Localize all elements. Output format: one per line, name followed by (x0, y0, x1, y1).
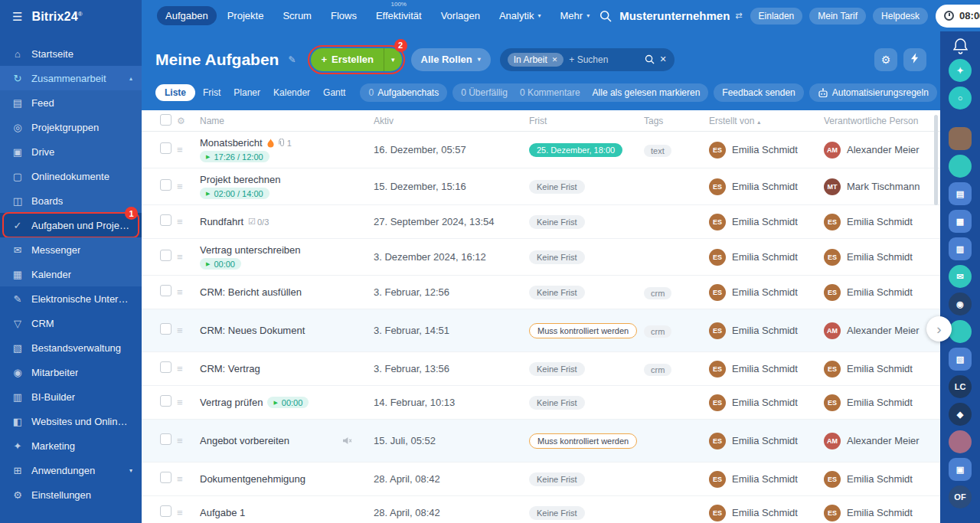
drag-handle-icon[interactable]: ≡ (177, 397, 200, 408)
einladen-button[interactable]: Einladen (750, 8, 803, 25)
task-deadline-badge[interactable]: Keine Frist (529, 506, 585, 520)
company-name[interactable]: Musterunternehmen⇄ (619, 9, 742, 22)
chat-avatar[interactable] (949, 155, 972, 178)
task-row[interactable]: ≡ Angebot vorbereiten 15. Juli, 05:52 Mu… (142, 420, 940, 463)
row-checkbox[interactable] (160, 361, 172, 373)
task-timer[interactable]: ▶00:00 (200, 258, 241, 270)
task-name[interactable]: Aufgabe 1 (200, 507, 245, 518)
task-creator[interactable]: ESEmilia Schmidt (709, 284, 824, 301)
view-tab-kalender[interactable]: Kalender (268, 84, 315, 101)
helpdesk-button[interactable]: Helpdesk (873, 8, 928, 25)
filter-chip-in-arbeit[interactable]: In Arbeit✕ (508, 53, 564, 67)
task-assignee[interactable]: AMAlexander Meier (824, 433, 940, 449)
task-creator[interactable]: ESEmilia Schmidt (709, 394, 824, 411)
task-name[interactable]: Dokumentgenehmigung (200, 473, 305, 485)
sidebar-item-zusammenarbeit[interactable]: ↻ Zusammenarbeit ▴ (0, 66, 142, 90)
search-icon[interactable] (645, 54, 655, 64)
task-timer[interactable]: ▶02:00 / 14:00 (200, 188, 270, 199)
drag-handle-icon[interactable]: ≡ (177, 181, 200, 192)
task-creator[interactable]: ESEmilia Schmidt (709, 471, 824, 488)
automation-rules-button[interactable]: Automatisierungsregeln (809, 83, 937, 102)
task-deadline-badge[interactable]: Keine Frist (529, 286, 585, 299)
copilot-icon[interactable]: ✦ (949, 59, 972, 82)
create-task-button[interactable]: +Erstellen ▾ (311, 48, 401, 71)
task-assignee[interactable]: ESEmilia Schmidt (824, 249, 940, 266)
task-timer[interactable]: ▶17:26 / 12:00 (200, 151, 270, 162)
chat-avatar-initials[interactable]: LC (949, 375, 972, 398)
task-row[interactable]: ≡ Rundfahrt ☑0/3 27. September 2024, 13:… (142, 205, 940, 239)
menu-toggle-icon[interactable]: ☰ (12, 10, 22, 24)
task-tag[interactable]: text (644, 145, 671, 157)
task-assignee[interactable]: ESEmilia Schmidt (824, 361, 940, 378)
chat-avatar[interactable]: ▣ (949, 458, 972, 481)
view-tab-planer[interactable]: Planer (228, 84, 266, 101)
view-tab-gantt[interactable]: Gantt (318, 84, 351, 101)
task-assignee[interactable]: AMAlexander Meier (824, 142, 940, 159)
mein-tarif-button[interactable]: Mein Tarif (809, 8, 866, 25)
task-name[interactable]: Rundfahrt (200, 216, 243, 227)
task-name[interactable]: Vertrag prüfen (200, 397, 263, 408)
clear-search-icon[interactable]: ✕ (660, 54, 667, 64)
chat-avatar[interactable]: ▦ (949, 210, 972, 233)
drag-handle-icon[interactable]: ≡ (177, 435, 200, 446)
table-settings-gear-icon[interactable]: ⚙ (177, 116, 200, 126)
task-deadline-badge[interactable]: 25. Dezember, 18:00 (529, 143, 622, 157)
task-deadline-badge[interactable]: Keine Frist (529, 396, 585, 410)
task-creator[interactable]: ESEmilia Schmidt (709, 249, 824, 266)
sidebar-item-onlinedokumente[interactable]: ▢ Onlinedokumente (0, 164, 142, 188)
task-deadline-badge[interactable]: Keine Frist (529, 362, 585, 376)
sidebar-item-bestandsverwaltung[interactable]: ▧ Bestandsverwaltung (0, 335, 142, 360)
drag-handle-icon[interactable]: ≡ (177, 507, 200, 518)
top-tab-mehr[interactable]: Mehr▾ (552, 6, 599, 25)
time-widget[interactable]: 08:06 (936, 5, 980, 28)
task-assignee[interactable]: MTMark Tischmann (824, 178, 940, 195)
chat-avatar[interactable]: ▧ (949, 348, 972, 371)
task-row[interactable]: ≡ Projekt berechnen ▶02:00 / 14:00 15. D… (142, 168, 940, 205)
task-assignee[interactable]: ESEmilia Schmidt (824, 214, 940, 230)
task-deadline-badge[interactable]: Muss kontrolliert werden (529, 433, 637, 449)
column-header-tags[interactable]: Tags (644, 116, 709, 126)
task-name[interactable]: Monatsbericht (200, 137, 263, 149)
edit-title-icon[interactable]: ✎ (288, 54, 296, 65)
top-tab-aufgaben[interactable]: Aufgaben (157, 6, 217, 25)
task-assignee[interactable]: AMAlexander Meier (824, 322, 940, 339)
sidebar-item-bi-builder[interactable]: ▥ BI-Builder (0, 384, 142, 409)
remove-filter-icon[interactable]: ✕ (552, 56, 558, 64)
feedback-button[interactable]: Feedback senden (714, 83, 803, 102)
task-row[interactable]: ≡ Aufgabe 1 28. April, 08:42 Keine Frist… (142, 496, 940, 523)
chat-avatar-initials[interactable]: OF (949, 485, 972, 508)
sidebar-item-crm[interactable]: ▽ CRM (0, 311, 142, 335)
task-row[interactable]: ≡ CRM: Vertrag 3. Februar, 13:56 Keine F… (142, 352, 940, 386)
sidebar-item-aufgaben-und-projek[interactable]: ✓ Aufgaben und Projek... 1 (0, 213, 142, 237)
sidebar-item-startseite[interactable]: ⌂ Startseite (0, 41, 142, 66)
task-tag[interactable]: crm (644, 364, 671, 376)
task-name[interactable]: Angebot vorbereiten (200, 435, 289, 446)
row-checkbox[interactable] (160, 142, 172, 154)
bitrix-logo[interactable]: Bitrix24® (31, 10, 82, 24)
task-row[interactable]: ≡ Dokumentgenehmigung 28. April, 08:42 K… (142, 463, 940, 496)
task-chats-button[interactable]: 0Aufgabenchats (360, 83, 447, 102)
sidebar-item-websites-und-onlines[interactable]: ◧ Websites und Onlines... (0, 409, 142, 433)
chat-avatar[interactable]: ▥ (949, 237, 972, 260)
drag-handle-icon[interactable]: ≡ (177, 144, 200, 155)
row-checkbox[interactable] (160, 323, 172, 335)
task-row[interactable]: ≡ CRM: Neues Dokument 3. Februar, 14:51 … (142, 309, 940, 352)
task-deadline-badge[interactable]: Keine Frist (529, 472, 585, 486)
chat-avatar[interactable] (949, 320, 972, 343)
sidebar-item-drive[interactable]: ▣ Drive (0, 139, 142, 164)
column-header-verantwortliche-person[interactable]: Verantwortliche Person (824, 116, 940, 126)
chat-avatar-user[interactable] (949, 430, 972, 453)
grid-settings-button[interactable]: ⚙ (874, 48, 897, 71)
sidebar-item-mitarbeiter[interactable]: ◉ Mitarbeiter (0, 360, 142, 384)
row-checkbox[interactable] (160, 179, 172, 191)
task-creator[interactable]: ESEmilia Schmidt (709, 214, 824, 230)
column-header-aktiv[interactable]: Aktiv (374, 116, 529, 126)
view-tab-liste[interactable]: Liste (155, 84, 195, 101)
task-deadline-badge[interactable]: Keine Frist (529, 215, 585, 229)
scrollbar-thumb[interactable] (934, 115, 938, 205)
task-deadline-badge[interactable]: Muss kontrolliert werden (529, 323, 637, 338)
column-header-erstellt-von[interactable]: Erstellt von▴ (709, 116, 824, 126)
column-header-name[interactable]: Name (200, 116, 374, 126)
sidebar-item-marketing[interactable]: ✦ Marketing (0, 433, 142, 458)
checklist-progress[interactable]: ☑0/3 (248, 217, 269, 227)
